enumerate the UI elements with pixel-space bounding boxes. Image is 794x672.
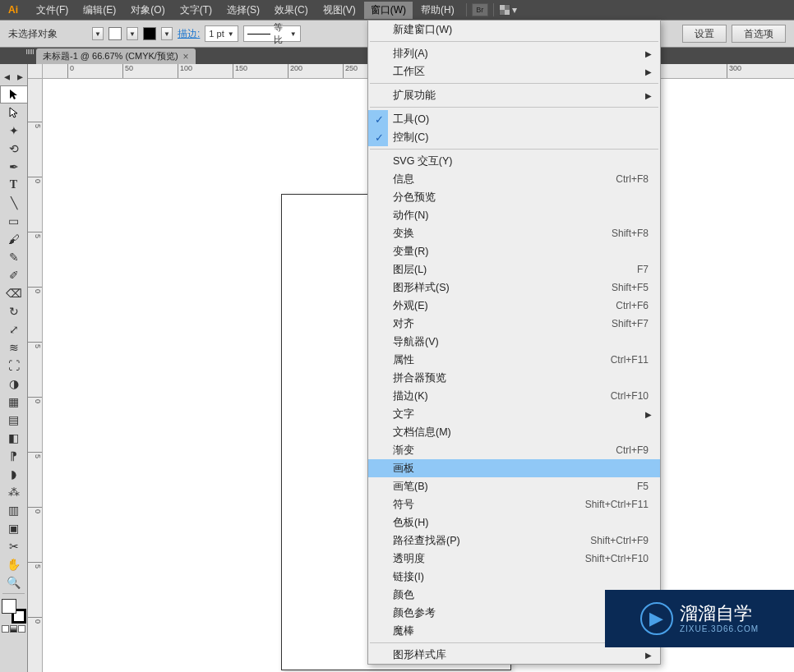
tool-perspective[interactable]: ▦ xyxy=(0,393,28,411)
tool-magic-wand[interactable]: ✦ xyxy=(0,122,28,140)
tool-blend[interactable]: ◗ xyxy=(0,465,28,483)
tool-expand-icon[interactable]: ▸ xyxy=(14,67,28,85)
tool-eraser[interactable]: ⌫ xyxy=(0,284,28,302)
tool-collapse-icon[interactable]: ◂ xyxy=(0,67,14,85)
tool-rotate[interactable]: ↻ xyxy=(0,302,28,320)
doc-setup-button[interactable]: 设置 xyxy=(682,25,727,43)
stroke-swatch[interactable] xyxy=(143,27,156,40)
fill-menu[interactable]: ▼ xyxy=(127,27,138,40)
tool-eyedropper[interactable]: ⁋ xyxy=(0,447,28,465)
menu-item[interactable]: SVG 交互(Y) xyxy=(368,152,660,170)
menu-item-label: 对齐 xyxy=(393,317,612,331)
tool-hand[interactable]: ✋ xyxy=(0,555,28,573)
preferences-button[interactable]: 首选项 xyxy=(732,25,786,43)
menu-item[interactable]: 变量(R) xyxy=(368,242,660,260)
tool-direct-selection[interactable] xyxy=(0,104,28,122)
bridge-button[interactable]: Br xyxy=(472,3,488,16)
document-tab[interactable]: 未标题-1 @ 66.67% (CMYK/预览) × xyxy=(36,48,196,64)
ruler-origin[interactable] xyxy=(28,64,43,79)
stroke-style-dropdown[interactable]: 等比▼ xyxy=(243,25,301,42)
menu-item-label: 图层(L) xyxy=(393,263,637,277)
tool-type[interactable]: T xyxy=(0,176,28,194)
ruler-vertical[interactable]: 5050505050 xyxy=(28,79,43,672)
tool-blob-brush[interactable]: ✐ xyxy=(0,266,28,284)
menu-item[interactable]: 分色预览 xyxy=(368,188,660,206)
tool-zoom[interactable]: 🔍 xyxy=(0,573,28,591)
menu-item[interactable]: 渐变Ctrl+F9 xyxy=(368,441,660,459)
menu-effect[interactable]: 效果(C) xyxy=(268,2,315,19)
tool-artboard[interactable]: ▣ xyxy=(0,519,28,537)
menu-item-label: 工作区 xyxy=(393,65,649,79)
menu-item[interactable]: 工作区▶ xyxy=(368,62,660,81)
menu-item[interactable]: 属性Ctrl+F11 xyxy=(368,351,660,369)
menu-file[interactable]: 文件(F) xyxy=(30,2,75,19)
menu-item[interactable]: 符号Shift+Ctrl+F11 xyxy=(368,495,660,513)
tool-width[interactable]: ≋ xyxy=(0,338,28,357)
menu-object[interactable]: 对象(O) xyxy=(124,2,171,19)
fill-swatch[interactable] xyxy=(108,27,122,40)
tool-slice[interactable]: ✂ xyxy=(0,537,28,555)
menu-item[interactable]: 画笔(B)F5 xyxy=(368,477,660,495)
stroke-label-link[interactable]: 描边: xyxy=(178,27,200,41)
menu-item[interactable]: 新建窗口(W) xyxy=(368,21,660,39)
tool-gradient[interactable]: ◧ xyxy=(0,429,28,447)
stroke-menu[interactable]: ▼ xyxy=(161,27,173,40)
menu-item[interactable]: 对齐Shift+F7 xyxy=(368,315,660,333)
menu-item[interactable]: 描边(K)Ctrl+F10 xyxy=(368,387,660,405)
menu-item[interactable]: 图层(L)F7 xyxy=(368,260,660,278)
menu-select[interactable]: 选择(S) xyxy=(220,2,266,19)
tool-symbol-sprayer[interactable]: ⁂ xyxy=(0,483,28,501)
tool-selection[interactable] xyxy=(0,85,28,104)
menu-window[interactable]: 窗口(W) xyxy=(364,2,413,19)
menu-view[interactable]: 视图(V) xyxy=(316,2,362,19)
menu-item[interactable]: 透明度Shift+Ctrl+F10 xyxy=(368,550,660,568)
tool-lasso[interactable]: ⟲ xyxy=(0,140,28,158)
menu-item[interactable]: 图形样式(S)Shift+F5 xyxy=(368,278,660,297)
menu-item[interactable]: 色板(H) xyxy=(368,513,660,532)
none-mode-icon[interactable] xyxy=(18,625,25,633)
tool-line-segment[interactable]: ╲ xyxy=(0,194,28,212)
tool-paintbrush[interactable]: 🖌 xyxy=(0,230,28,248)
menu-item[interactable]: 文字▶ xyxy=(368,405,660,423)
menu-item[interactable]: 动作(N) xyxy=(368,206,660,224)
tool-column-graph[interactable]: ▥ xyxy=(0,501,28,519)
tool-free-transform[interactable]: ⛶ xyxy=(0,357,28,375)
color-mode-icon[interactable] xyxy=(2,625,9,633)
stroke-weight-input[interactable]: 1 pt▼ xyxy=(205,25,238,42)
menu-item[interactable]: 排列(A)▶ xyxy=(368,44,660,62)
tab-handle[interactable] xyxy=(26,49,35,54)
window-menu-dropdown: 新建窗口(W)排列(A)▶工作区▶扩展功能▶✓工具(O)✓控制(C)SVG 交互… xyxy=(367,20,661,665)
tool-rectangle[interactable]: ▭ xyxy=(0,212,28,230)
tool-scale[interactable]: ⤢ xyxy=(0,320,28,338)
fill-stroke-control[interactable] xyxy=(2,599,26,624)
menu-item[interactable]: 外观(E)Ctrl+F6 xyxy=(368,297,660,315)
menu-item[interactable]: 画板 xyxy=(368,459,660,477)
menubar-separator xyxy=(466,3,467,16)
menu-type[interactable]: 文字(T) xyxy=(173,2,219,19)
menu-item[interactable]: 拼合器预览 xyxy=(368,369,660,387)
tool-pencil[interactable]: ✎ xyxy=(0,248,28,266)
tool-mesh[interactable]: ▤ xyxy=(0,411,28,429)
menu-item-label: 图形样式(S) xyxy=(393,281,612,295)
menu-item-shortcut: Shift+Ctrl+F9 xyxy=(590,535,649,546)
menu-item[interactable]: ✓控制(C) xyxy=(368,128,660,146)
menu-item-label: SVG 交互(Y) xyxy=(393,154,649,168)
menu-item[interactable]: 路径查找器(P)Shift+Ctrl+F9 xyxy=(368,532,660,550)
menu-item[interactable]: 信息Ctrl+F8 xyxy=(368,170,660,188)
menu-item[interactable]: 扩展功能▶ xyxy=(368,86,660,104)
close-icon[interactable]: × xyxy=(183,51,189,62)
gradient-mode-icon[interactable] xyxy=(10,625,17,633)
menu-item[interactable]: 变换Shift+F8 xyxy=(368,224,660,242)
arrange-documents-button[interactable]: ▾ xyxy=(499,4,517,16)
tool-shape-builder[interactable]: ◑ xyxy=(0,375,28,393)
menu-item[interactable]: 文档信息(M) xyxy=(368,423,660,441)
menu-edit[interactable]: 编辑(E) xyxy=(76,2,122,19)
menu-help[interactable]: 帮助(H) xyxy=(414,2,461,19)
tool-pen[interactable]: ✒ xyxy=(0,158,28,176)
menu-item[interactable]: ✓工具(O) xyxy=(368,110,660,128)
menu-item-label: 属性 xyxy=(393,353,611,367)
menu-item[interactable]: 链接(I) xyxy=(368,568,660,586)
menu-item[interactable]: 图形样式库▶ xyxy=(368,646,660,664)
fill-dropdown[interactable]: ▼ xyxy=(92,27,104,40)
menu-item[interactable]: 导航器(V) xyxy=(368,333,660,351)
